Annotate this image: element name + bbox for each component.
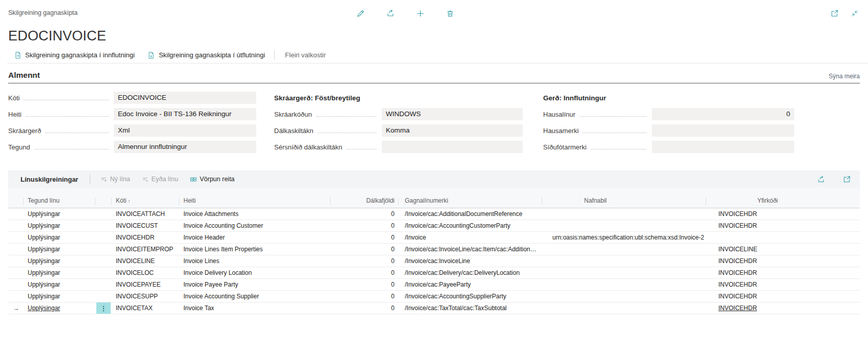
- general-section-title[interactable]: Almennt: [8, 71, 40, 80]
- cell-tegund-linu[interactable]: Upplýsingar: [24, 246, 95, 253]
- delete-line-label: Eyða línu: [152, 176, 178, 183]
- cell-yfirkodi[interactable]: INVOICEHDR: [706, 257, 860, 265]
- table-row[interactable]: → Upplýsingar ⋮ INVOICELOC Invoice Deliv…: [8, 267, 860, 279]
- cell-gagnalinumerki[interactable]: /Invoice/cac:PayeeParty: [399, 281, 542, 288]
- collapse-icon[interactable]: [849, 7, 861, 19]
- column-header-gagnalinumerki[interactable]: Gagnalínumerki: [399, 197, 542, 208]
- cell-gagnalinumerki[interactable]: /Invoice: [399, 234, 542, 241]
- cell-yfirkodi[interactable]: INVOICEHDR: [706, 222, 860, 229]
- cell-koti[interactable]: INVOICEHDR: [112, 234, 179, 241]
- cell-tegund-linu[interactable]: Upplýsingar: [24, 293, 95, 300]
- cell-koti[interactable]: INVOICELOC: [112, 269, 179, 276]
- cell-heiti[interactable]: Invoice Payee Party: [179, 281, 330, 288]
- cell-koti[interactable]: INVOICELINE: [112, 257, 179, 265]
- cell-tegund-linu[interactable]: Upplýsingar: [24, 269, 95, 276]
- cell-yfirkodi[interactable]: INVOICEHDR: [706, 281, 860, 288]
- cell-gagnalinumerki[interactable]: /Invoice/cac:InvoiceLine/cac:Item/cac:Ad…: [399, 246, 542, 253]
- cell-koti[interactable]: INVOICESUPP: [112, 293, 179, 300]
- cell-heiti[interactable]: Invoice Lines Item Properties: [179, 246, 330, 253]
- cell-dalkafjoldi[interactable]: 0: [330, 269, 399, 276]
- column-header-koti[interactable]: Kóti↑: [112, 197, 179, 208]
- table-row[interactable]: → Upplýsingar ⋮ INVOICEHDR Invoice Heade…: [8, 232, 860, 244]
- cell-tegund-linu[interactable]: Upplýsingar: [24, 210, 95, 218]
- cell-tegund-linu[interactable]: Upplýsingar: [24, 234, 95, 241]
- field-input-hausalinur[interactable]: 0: [652, 108, 794, 120]
- table-row[interactable]: → Upplýsingar ⋮ INVOICECUST Invoice Acco…: [8, 220, 860, 232]
- cell-tegund-linu[interactable]: Upplýsingar: [24, 222, 95, 229]
- cell-gagnalinumerki[interactable]: /Invoice/cac:TaxTotal/cac:TaxSubtotal: [399, 305, 542, 312]
- field-mapping-button[interactable]: Vörpun reita: [184, 176, 240, 183]
- cell-tegund-linu[interactable]: Upplýsingar: [24, 257, 95, 265]
- cell-koti[interactable]: INVOICEPAYEE: [112, 281, 179, 288]
- cell-nafnabil[interactable]: urn:oasis:names:specification:ubl:schema…: [542, 234, 706, 241]
- cell-dalkafjoldi[interactable]: 0: [330, 246, 399, 253]
- cell-koti[interactable]: INVOICECUST: [112, 222, 179, 229]
- cell-koti[interactable]: INVOICEATTACH: [112, 210, 179, 218]
- cell-tegund-linu[interactable]: Upplýsingar: [24, 281, 95, 288]
- cell-dalkafjoldi[interactable]: 0: [330, 305, 399, 312]
- show-more-link[interactable]: Sýna meira: [829, 73, 860, 80]
- table-row[interactable]: → Upplýsingar ⋮ INVOICEITEMPROP Invoice …: [8, 244, 860, 255]
- column-header-heiti[interactable]: Heiti: [179, 197, 330, 208]
- field-sidufotarmerki: Síðufótarmerki: [543, 139, 794, 155]
- trash-icon[interactable]: [444, 7, 456, 19]
- column-header-nafnabil[interactable]: Nafnabil: [542, 197, 706, 208]
- field-input-heiti[interactable]: Edoc Invoice - BII TS-136 Reikningur: [114, 108, 256, 120]
- cell-gagnalinumerki[interactable]: /Invoice/cac:AdditionalDocumentReference: [399, 210, 542, 218]
- table-row[interactable]: → Upplýsingar ⋮ INVOICESUPP Invoice Acco…: [8, 291, 860, 302]
- cell-heiti[interactable]: Invoice Header: [179, 234, 330, 241]
- share-icon[interactable]: [815, 173, 827, 185]
- table-row[interactable]: → Upplýsingar ⋮ INVOICELINE Invoice Line…: [8, 255, 860, 267]
- pencil-icon[interactable]: [355, 7, 367, 19]
- row-options-kebab-icon[interactable]: ⋮: [96, 302, 111, 314]
- table-row[interactable]: → Upplýsingar ⋮ INVOICEATTACH Invoice At…: [8, 208, 860, 220]
- popout-icon[interactable]: [840, 173, 853, 185]
- cell-yfirkodi[interactable]: INVOICEHDR: [706, 305, 860, 312]
- cell-heiti[interactable]: Invoice Accounting Customer: [179, 222, 330, 229]
- field-input-sidufotarmerki[interactable]: [652, 141, 794, 153]
- column-header-yfirkodi[interactable]: Yfirkóði: [706, 197, 860, 208]
- cell-gagnalinumerki[interactable]: /Invoice/cac:Delivery/cac:DeliveryLocati…: [399, 269, 542, 276]
- cell-heiti[interactable]: Invoice Tax: [179, 305, 330, 312]
- popout-icon[interactable]: [828, 7, 840, 19]
- cell-gagnalinumerki[interactable]: /Invoice/cac:AccountingCustomerParty: [399, 222, 542, 229]
- field-input-tegund[interactable]: Almennur innflutningur: [114, 141, 256, 153]
- cell-dalkafjoldi[interactable]: 0: [330, 222, 399, 229]
- cell-yfirkodi[interactable]: INVOICEHDR: [706, 293, 860, 300]
- cell-dalkafjoldi[interactable]: 0: [330, 210, 399, 218]
- field-input-skraarkodun[interactable]: WINDOWS: [382, 108, 523, 120]
- action-import-definition[interactable]: Skilgreining gagnaskipta í innflutningi: [7, 51, 141, 59]
- cell-tegund-linu[interactable]: Upplýsingar: [24, 305, 95, 312]
- new-line-button[interactable]: Ný lína: [94, 176, 136, 183]
- cell-koti[interactable]: INVOICEITEMPROP: [112, 246, 179, 253]
- field-input-sersnidid[interactable]: [382, 141, 523, 153]
- field-input-dalkaskiltakn[interactable]: Komma: [382, 124, 523, 137]
- cell-koti[interactable]: INVOICETAX: [112, 305, 179, 312]
- field-input-hausamerki[interactable]: [652, 124, 794, 137]
- column-header-dalkafjoldi[interactable]: Dálkafjöldi: [330, 197, 399, 208]
- cell-yfirkodi[interactable]: INVOICEHDR: [706, 269, 860, 276]
- action-export-definition[interactable]: Skilgreining gagnaskipta í útflutningi: [141, 51, 271, 59]
- cell-dalkafjoldi[interactable]: 0: [330, 257, 399, 265]
- cell-gagnalinumerki[interactable]: /Invoice/cac:InvoiceLine: [399, 257, 542, 265]
- cell-dalkafjoldi[interactable]: 0: [330, 281, 399, 288]
- share-icon[interactable]: [384, 7, 397, 19]
- cell-dalkafjoldi[interactable]: 0: [330, 293, 399, 300]
- field-input-skraargerd[interactable]: Xml: [114, 124, 256, 137]
- cell-yfirkodi[interactable]: INVOICEHDR: [706, 210, 860, 218]
- cell-heiti[interactable]: Invoice Attachments: [179, 210, 330, 218]
- cell-heiti[interactable]: Invoice Lines: [179, 257, 330, 265]
- cell-heiti[interactable]: Invoice Delivery Location: [179, 269, 330, 276]
- cell-yfirkodi[interactable]: INVOICELINE: [706, 246, 860, 253]
- cell-heiti[interactable]: Invoice Accounting Supplier: [179, 293, 330, 300]
- plus-icon[interactable]: [414, 7, 426, 19]
- column-header-tegund-linu[interactable]: Tegund línu: [24, 197, 95, 208]
- field-input-koti[interactable]: EDOCINVOICE: [114, 92, 256, 104]
- breadcrumb[interactable]: Skilgreining gagnaskipta: [8, 9, 78, 16]
- table-row[interactable]: → Upplýsingar ⋮ INVOICETAX Invoice Tax 0…: [8, 302, 860, 314]
- table-row[interactable]: → Upplýsingar ⋮ INVOICEPAYEE Invoice Pay…: [8, 279, 860, 291]
- cell-dalkafjoldi[interactable]: 0: [330, 234, 399, 241]
- cell-gagnalinumerki[interactable]: /Invoice/cac:AccountingSupplierParty: [399, 293, 542, 300]
- delete-line-button[interactable]: Eyða línu: [136, 176, 184, 183]
- more-options-button[interactable]: Fleiri valkostir: [278, 51, 333, 59]
